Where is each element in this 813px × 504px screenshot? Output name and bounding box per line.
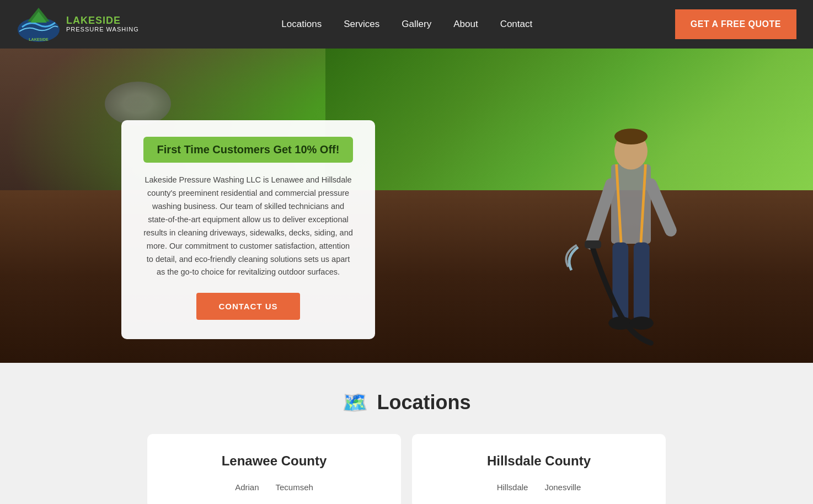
locations-cards-container: Lenawee County Adrian Tecumseh Hillsdale… (131, 434, 682, 504)
lenawee-cities: Adrian Tecumseh (169, 482, 379, 492)
nav-services[interactable]: Services (344, 19, 379, 30)
city-adrian: Adrian (235, 482, 259, 492)
nav-contact[interactable]: Contact (500, 19, 533, 30)
svg-rect-13 (585, 240, 601, 248)
svg-line-7 (591, 184, 611, 244)
hillsdale-col2: Jonesville (544, 482, 581, 492)
svg-text:LAKESIDE: LAKESIDE (29, 37, 49, 41)
contact-us-button[interactable]: CONTACT US (196, 293, 299, 320)
map-icon: 🗺️ (342, 390, 368, 415)
locations-title-area: 🗺️ Locations (17, 390, 796, 415)
logo-text-main: LAKESIDE (66, 15, 139, 26)
locations-heading: Locations (377, 391, 470, 414)
promo-text: First Time Customers Get 10% Off! (157, 143, 340, 156)
site-header: LAKESIDE LAKESIDE PRESSURE WASHING Locat… (0, 0, 813, 49)
locations-section: 🗺️ Locations Lenawee County Adrian Tecum… (0, 363, 813, 504)
get-quote-button[interactable]: GET A FREE QUOTE (675, 9, 796, 39)
svg-line-8 (651, 184, 671, 230)
svg-point-12 (630, 317, 654, 330)
svg-rect-10 (634, 243, 650, 322)
hillsdale-title: Hillsdale County (434, 453, 644, 469)
hero-info-card: First Time Customers Get 10% Off! Lakesi… (121, 120, 375, 339)
promo-banner: First Time Customers Get 10% Off! (143, 137, 353, 163)
stone-decoration (105, 82, 171, 126)
city-hillsdale: Hillsdale (497, 482, 528, 492)
site-logo: LAKESIDE (17, 5, 61, 44)
city-tecumseh: Tecumseh (275, 482, 313, 492)
hillsdale-county-card: Hillsdale County Hillsdale Jonesville (412, 434, 666, 504)
nav-about[interactable]: About (453, 19, 478, 30)
lenawee-title: Lenawee County (169, 453, 379, 469)
lenawee-col2: Tecumseh (275, 482, 313, 492)
lenawee-county-card: Lenawee County Adrian Tecumseh (147, 434, 401, 504)
svg-point-6 (614, 128, 648, 144)
nav-locations[interactable]: Locations (281, 19, 322, 30)
worker-figure (548, 98, 714, 363)
lenawee-col1: Adrian (235, 482, 259, 492)
hero-description: Lakeside Pressure Washing LLC is Lenawee… (143, 174, 353, 279)
hillsdale-col1: Hillsdale (497, 482, 528, 492)
main-nav: Locations Services Gallery About Contact (281, 19, 532, 30)
logo-area: LAKESIDE LAKESIDE PRESSURE WASHING (17, 5, 139, 44)
hero-section: First Time Customers Get 10% Off! Lakesi… (0, 49, 813, 363)
nav-gallery[interactable]: Gallery (402, 19, 431, 30)
city-jonesville: Jonesville (544, 482, 581, 492)
logo-text-sub: PRESSURE WASHING (66, 26, 139, 33)
hillsdale-cities: Hillsdale Jonesville (434, 482, 644, 492)
